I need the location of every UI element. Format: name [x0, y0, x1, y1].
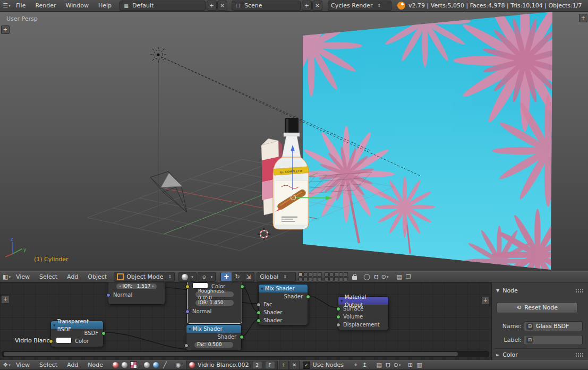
material-users-button[interactable]: 2: [253, 362, 262, 368]
backdrop-icon[interactable]: ▤: [374, 360, 384, 369]
pin-icon[interactable]: ◉: [174, 360, 183, 369]
material-datablock-selector[interactable]: Vidrio Blanco.002 2 F: [186, 360, 278, 370]
snap-target-icon[interactable]: ⊙▾: [393, 360, 402, 369]
node-name-field[interactable]: ⊞ Glass BSDF: [524, 321, 583, 331]
ior-slider[interactable]: ◂ IOR: 1.517 ▸: [116, 283, 157, 290]
color-swatch[interactable]: [56, 337, 72, 343]
shader-type-world-icon[interactable]: [151, 360, 160, 369]
bsdf-output-socket[interactable]: [101, 331, 106, 335]
shader-type-linestyle-icon[interactable]: ╱: [160, 360, 169, 369]
normal-socket[interactable]: [106, 293, 110, 297]
unlink-material-button[interactable]: ✕: [289, 360, 300, 370]
new-material-button[interactable]: +: [279, 360, 289, 370]
menu-view[interactable]: View: [11, 362, 35, 368]
use-nodes-checkbox[interactable]: ✓ Use Nodes: [303, 362, 344, 369]
shader-input-socket-2[interactable]: [257, 319, 261, 323]
tree-type-texture-icon[interactable]: [129, 360, 138, 369]
node-header[interactable]: ▼Mix Shader: [186, 325, 241, 333]
viewport-3d[interactable]: EL COMPLETO: [0, 12, 588, 271]
volume-socket[interactable]: [336, 315, 340, 319]
shader-output-socket[interactable]: [306, 295, 310, 299]
new-image-icon[interactable]: ⊞: [406, 360, 415, 369]
photo-plane-object[interactable]: [260, 12, 588, 271]
tree-type-shader-icon[interactable]: [111, 360, 120, 369]
menu-add[interactable]: Add: [62, 273, 83, 280]
fake-user-button[interactable]: F: [266, 362, 275, 368]
layer-1[interactable]: [299, 272, 303, 277]
node-header[interactable]: ▼Mix Shader: [259, 285, 308, 292]
snap-icon[interactable]: Ω: [384, 360, 393, 369]
node-editor-hscrollbar[interactable]: [2, 351, 489, 357]
screen-layout-selector[interactable]: ▦ Default: [120, 1, 206, 11]
shader-output-socket[interactable]: [240, 335, 244, 339]
cursor-target-icon[interactable]: ⌖: [351, 360, 360, 369]
render-engine-selector[interactable]: Cycles Render ⇕: [328, 1, 391, 11]
scrollbar-handle[interactable]: [4, 352, 458, 356]
region-expand-tab[interactable]: +: [1, 295, 10, 304]
color-panel-header[interactable]: ► Color: [496, 351, 584, 358]
menu-select[interactable]: Select: [35, 362, 62, 368]
shader-type-object-icon[interactable]: [142, 360, 151, 369]
menu-node[interactable]: Node: [83, 362, 108, 368]
menu-select[interactable]: Select: [35, 273, 62, 280]
snap-icon[interactable]: Ω: [371, 272, 380, 281]
color-socket[interactable]: [185, 285, 190, 289]
add-screen-layout-button[interactable]: +: [207, 1, 217, 11]
fac-slider[interactable]: Fac: 0.500: [194, 341, 234, 348]
node-editor[interactable]: ◂ IOR: 1.517 ▸ Normal Color Roughness: 0…: [0, 282, 491, 360]
viewport-shading-selector[interactable]: ▾: [178, 272, 197, 282]
layers-widget[interactable]: [299, 272, 348, 281]
reset-node-button[interactable]: ⟲ Reset Node: [497, 302, 577, 313]
menu-object[interactable]: Object: [83, 273, 112, 280]
color-socket[interactable]: [49, 339, 53, 343]
opengl-render-animation-icon[interactable]: ❐: [404, 272, 413, 281]
lock-to-scene-icon[interactable]: [350, 272, 359, 281]
opengl-render-icon[interactable]: ▤: [395, 272, 404, 281]
node-panel-header[interactable]: ▼ Node: [496, 287, 584, 294]
roughness-slider[interactable]: Roughness: 0.050: [195, 291, 234, 298]
editor-type-node-icon[interactable]: ❖▾: [2, 360, 11, 369]
info-editor-icon[interactable]: ☰▾: [2, 1, 11, 10]
node-glass-bsdf[interactable]: Color Roughness: 0.050 IOR: 1.450 Normal: [187, 282, 242, 324]
menu-window[interactable]: Window: [61, 2, 93, 9]
snap-target-icon[interactable]: ⊙▾: [380, 272, 389, 281]
normal-socket[interactable]: [185, 309, 190, 314]
transform-orientation-selector[interactable]: Global ⇕: [257, 272, 296, 282]
menu-render[interactable]: Render: [30, 2, 61, 9]
manipulator-scale-button[interactable]: ⇲: [243, 272, 254, 282]
parent-tree-icon[interactable]: ↥: [360, 360, 369, 369]
node-material-output[interactable]: ▼Material Output Surface Volume Displace…: [338, 296, 389, 330]
panel-drag-dots-icon[interactable]: [575, 352, 584, 357]
tree-type-compositing-icon[interactable]: [120, 360, 129, 369]
node-transparent-bsdf[interactable]: ▼Transparent BSDF BSDF Color: [50, 321, 104, 347]
shader-input-socket-1[interactable]: [257, 311, 261, 315]
manipulator-translate-button[interactable]: ✚: [220, 272, 232, 282]
surface-socket[interactable]: [336, 307, 340, 311]
node-label-field[interactable]: ⊞: [524, 335, 583, 345]
scene-selector[interactable]: ❐ Scene: [232, 1, 301, 11]
add-scene-button[interactable]: +: [302, 1, 312, 11]
node-glass-bsdf-partial[interactable]: ◂ IOR: 1.517 ▸ Normal: [108, 282, 165, 305]
ior-slider[interactable]: IOR: 1.450: [195, 299, 234, 306]
properties-region-tab[interactable]: +: [579, 14, 587, 22]
menu-file[interactable]: File: [11, 2, 30, 9]
menu-add[interactable]: Add: [62, 362, 83, 368]
fac-socket[interactable]: [257, 303, 261, 307]
node-header[interactable]: ▼Material Output: [338, 297, 388, 305]
region-expand-tab[interactable]: +: [1, 25, 10, 34]
fac-socket[interactable]: [184, 343, 189, 348]
menu-view[interactable]: View: [11, 273, 35, 280]
displacement-socket[interactable]: [336, 323, 340, 327]
proportional-edit-icon[interactable]: ◯: [362, 272, 371, 281]
node-header[interactable]: ▼Transparent BSDF: [51, 321, 103, 329]
node-mix-shader-2[interactable]: ▼Mix Shader Shader Fac: 0.500: [186, 324, 242, 351]
delete-screen-layout-button[interactable]: ✕: [217, 1, 227, 11]
panel-drag-dots-icon[interactable]: [575, 288, 584, 293]
manipulator-rotate-button[interactable]: ↻: [232, 272, 243, 282]
node-mix-shader-1[interactable]: ▼Mix Shader Shader Fac Shader Shader: [258, 284, 308, 325]
pivot-point-selector[interactable]: ⊙ ▾: [198, 272, 216, 282]
editor-type-3dview-icon[interactable]: ◧▾: [2, 272, 11, 281]
mode-selector[interactable]: Object Mode ⇕: [114, 272, 175, 282]
menu-help[interactable]: Help: [93, 2, 116, 9]
delete-scene-button[interactable]: ✕: [312, 1, 322, 11]
